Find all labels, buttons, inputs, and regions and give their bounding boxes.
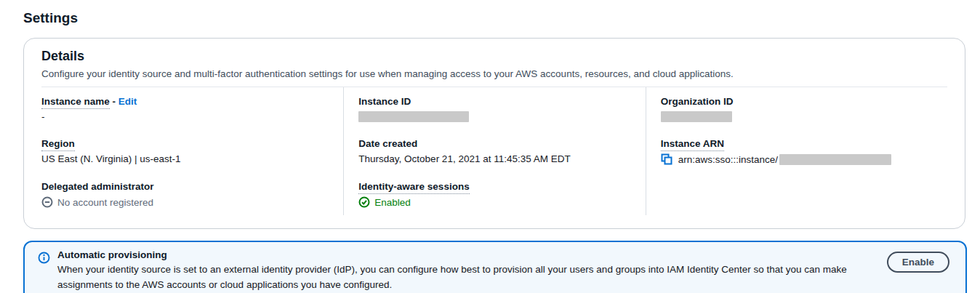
region-value: US East (N. Virginia) | us-east-1 xyxy=(41,153,329,164)
field-empty xyxy=(646,172,947,215)
region-label: Region xyxy=(41,138,329,149)
instance-name-label: Instance name - Edit xyxy=(41,96,329,107)
minus-circle-icon xyxy=(41,196,53,208)
field-organization-id: Organization ID xyxy=(646,87,947,129)
date-created-value: Thursday, October 21, 2021 at 11:45:35 A… xyxy=(358,153,630,164)
details-fields-grid: Instance name - Edit - Instance ID Organ… xyxy=(41,87,947,215)
date-created-label: Date created xyxy=(358,138,630,149)
details-card-title: Details xyxy=(41,49,947,64)
info-icon xyxy=(38,252,50,267)
redacted-value xyxy=(661,111,732,122)
redacted-value xyxy=(358,111,469,122)
details-card-description: Configure your identity source and multi… xyxy=(41,68,947,87)
instance-id-label: Instance ID xyxy=(358,96,630,107)
arn-prefix-text: arn:aws:sso:::instance/ xyxy=(678,154,778,165)
banner-description: When your identity source is set to an e… xyxy=(57,262,879,293)
identity-aware-sessions-label: Identity-aware sessions xyxy=(358,181,630,192)
field-delegated-administrator: Delegated administrator No account regis… xyxy=(41,172,343,215)
instance-name-value: - xyxy=(41,111,329,122)
field-region: Region US East (N. Virginia) | us-east-1 xyxy=(41,129,343,172)
settings-page: Settings Details Configure your identity… xyxy=(0,0,980,293)
field-date-created: Date created Thursday, October 21, 2021 … xyxy=(343,129,645,172)
check-circle-icon xyxy=(358,196,370,208)
identity-aware-sessions-value: Enabled xyxy=(358,196,630,208)
details-card: Details Configure your identity source a… xyxy=(23,38,965,229)
field-identity-aware-sessions: Identity-aware sessions Enabled xyxy=(343,172,645,215)
automatic-provisioning-banner: Automatic provisioning When your identit… xyxy=(23,241,967,293)
banner-title: Automatic provisioning xyxy=(57,249,880,260)
copy-arn-button[interactable] xyxy=(661,153,672,165)
field-instance-name: Instance name - Edit - xyxy=(41,87,343,129)
banner-body: Automatic provisioning When your identit… xyxy=(57,249,880,293)
redacted-value xyxy=(779,154,891,165)
organization-id-label: Organization ID xyxy=(661,96,933,107)
delegated-administrator-value: No account registered xyxy=(41,196,329,208)
banner-action: Enable xyxy=(887,252,949,273)
label-separator: - xyxy=(110,96,119,107)
enable-button[interactable]: Enable xyxy=(887,252,949,273)
instance-arn-value: arn:aws:sso:::instance/ xyxy=(661,153,933,165)
instance-id-value xyxy=(358,111,630,122)
delegated-administrator-label: Delegated administrator xyxy=(41,181,329,192)
field-instance-arn: Instance ARN arn:aws:sso:::instance/ xyxy=(646,129,947,172)
field-instance-id: Instance ID xyxy=(343,87,645,129)
organization-id-value xyxy=(661,111,933,122)
instance-arn-label: Instance ARN xyxy=(661,138,933,149)
copy-icon xyxy=(661,153,672,165)
edit-instance-name-link[interactable]: Edit xyxy=(119,96,137,107)
page-title: Settings xyxy=(23,10,965,26)
